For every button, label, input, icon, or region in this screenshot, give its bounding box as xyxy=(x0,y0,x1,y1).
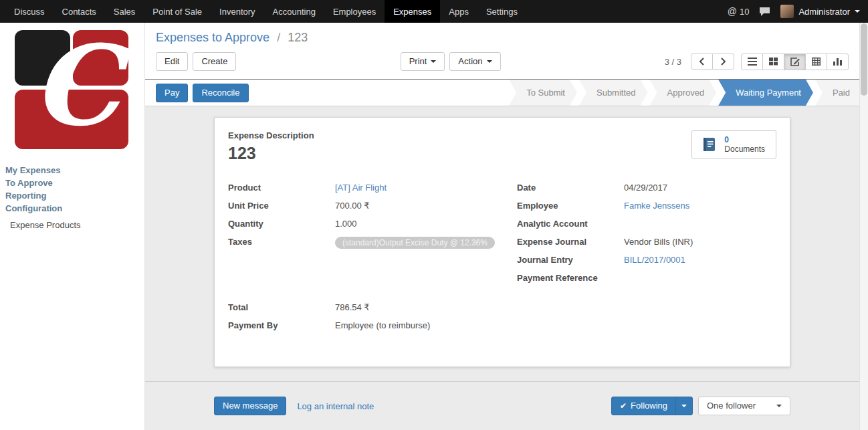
chevron-down-icon xyxy=(681,405,687,407)
nav-apps[interactable]: Apps xyxy=(440,0,477,23)
following-button[interactable]: ✔ Following xyxy=(611,397,676,415)
nav-accounting[interactable]: Accounting xyxy=(264,0,324,23)
analytic-account-value xyxy=(624,218,776,219)
state-paid[interactable]: Paid xyxy=(815,80,859,106)
expense-journal-value: Vendor Bills (INR) xyxy=(624,236,776,247)
date-value: 04/29/2017 xyxy=(624,182,776,193)
view-pivot-button[interactable] xyxy=(805,53,827,70)
pivot-table-icon xyxy=(812,58,821,66)
breadcrumb-parent[interactable]: Expenses to Approve xyxy=(156,31,269,44)
top-navbar: Discuss Contacts Sales Point of Sale Inv… xyxy=(0,0,868,23)
view-form-button[interactable] xyxy=(784,53,806,70)
field-employee: Employee Famke Jenssens xyxy=(517,200,776,218)
reconcile-button[interactable]: Reconcile xyxy=(193,84,248,102)
at-icon: @ xyxy=(728,6,737,17)
sidebar-item-reporting[interactable]: Reporting xyxy=(0,189,144,202)
mention-count: 10 xyxy=(740,7,749,17)
pager-next-button[interactable] xyxy=(712,53,734,70)
state-label: Submitted xyxy=(596,88,636,98)
product-link[interactable]: [AT] Air Flight xyxy=(335,183,387,193)
follow-button-group: ✔ Following xyxy=(611,397,693,415)
state-label: Waiting Payment xyxy=(736,88,801,98)
field-journal-entry: Journal Entry BILL/2017/0001 xyxy=(517,254,776,272)
view-list-button[interactable] xyxy=(741,53,763,70)
edit-button[interactable]: Edit xyxy=(156,52,188,71)
followers-button[interactable]: One follower xyxy=(698,397,790,415)
check-icon: ✔ xyxy=(620,401,627,411)
sidebar-item-expense-products[interactable]: Expense Products xyxy=(0,219,144,231)
scrollbar-thumb[interactable] xyxy=(861,23,867,96)
sidebar-item-my-expenses[interactable]: My Expenses xyxy=(0,164,144,177)
field-label-quantity: Quantity xyxy=(228,218,335,229)
field-label-analytic-account: Analytic Account xyxy=(517,218,624,229)
pager-previous-button[interactable] xyxy=(691,53,713,70)
field-label-product: Product xyxy=(228,182,335,193)
payment-by-value: Employee (to reimburse) xyxy=(335,320,776,330)
field-label-expense-journal: Expense Journal xyxy=(517,236,624,247)
chevron-down-icon xyxy=(431,60,436,63)
log-internal-note-link[interactable]: Log an internal note xyxy=(297,401,374,411)
state-label: Approved xyxy=(667,88,705,98)
documents-button[interactable]: 0 Documents xyxy=(691,130,776,158)
state-submitted[interactable]: Submitted xyxy=(579,80,648,106)
nav-inventory[interactable]: Inventory xyxy=(211,0,263,23)
user-avatar xyxy=(780,5,794,18)
mentions-indicator[interactable]: @ 10 xyxy=(728,6,750,17)
field-label-total: Total xyxy=(228,302,335,312)
nav-employees[interactable]: Employees xyxy=(324,0,385,23)
employee-link[interactable]: Famke Jenssens xyxy=(624,201,689,211)
view-graph-button[interactable] xyxy=(827,53,849,70)
field-label-unit-price: Unit Price xyxy=(228,200,335,211)
list-icon xyxy=(748,58,757,66)
nav-contacts[interactable]: Contacts xyxy=(53,0,105,23)
breadcrumb: Expenses to Approve / 123 xyxy=(156,31,849,45)
tax-tag: (standard)Output Excise Duty @ 12.36% xyxy=(335,237,495,249)
field-product: Product [AT] Air Flight xyxy=(228,182,512,200)
kanban-icon xyxy=(769,58,778,66)
action-dropdown[interactable]: Action xyxy=(449,52,500,71)
nav-sales[interactable]: Sales xyxy=(105,0,144,23)
create-button[interactable]: Create xyxy=(193,52,236,71)
field-payment-reference: Payment Reference xyxy=(517,272,776,290)
sidebar-item-configuration[interactable]: Configuration xyxy=(0,202,144,215)
pay-button[interactable]: Pay xyxy=(156,84,188,102)
sidebar-menu: My Expenses To Approve Reporting Configu… xyxy=(0,164,144,231)
nav-point-of-sale[interactable]: Point of Sale xyxy=(144,0,211,23)
breadcrumb-current: 123 xyxy=(288,31,308,44)
state-waiting-payment[interactable]: Waiting Payment xyxy=(718,80,813,106)
chevron-left-icon xyxy=(699,58,705,66)
scrollbar xyxy=(859,23,868,430)
view-kanban-button[interactable] xyxy=(762,53,784,70)
field-quantity: Quantity 1.000 xyxy=(228,218,512,236)
journal-entry-link[interactable]: BILL/2017/0001 xyxy=(624,255,685,265)
nav-expenses[interactable]: Expenses xyxy=(385,0,440,23)
state-approved[interactable]: Approved xyxy=(650,80,717,106)
user-menu[interactable]: Administrator xyxy=(780,5,860,18)
payment-reference-value xyxy=(624,272,776,273)
following-dropdown-toggle[interactable] xyxy=(675,397,693,415)
expense-description-label: Expense Description xyxy=(228,130,314,140)
field-label-payment-reference: Payment Reference xyxy=(517,272,624,283)
app-sidebar: C My Expenses To Approve Reporting Confi… xyxy=(0,23,145,430)
followers-label: One follower xyxy=(707,401,756,411)
state-to-submit[interactable]: To Submit xyxy=(509,80,577,106)
field-unit-price: Unit Price 700.00 ₹ xyxy=(228,200,512,218)
expense-form-sheet: Expense Description 123 0 Documents xyxy=(214,117,790,367)
company-logo[interactable]: C xyxy=(15,30,128,149)
sidebar-item-to-approve[interactable]: To Approve xyxy=(0,177,144,189)
view-switcher xyxy=(741,53,849,70)
nav-discuss[interactable]: Discuss xyxy=(5,0,53,23)
chatter: New message Log an internal note ✔ Follo… xyxy=(145,381,859,430)
nav-settings[interactable]: Settings xyxy=(477,0,526,23)
pager-value: 3 / 3 xyxy=(665,57,681,67)
state-label: Paid xyxy=(833,88,850,98)
print-dropdown[interactable]: Print xyxy=(401,52,445,71)
logo-letter: C xyxy=(32,21,120,150)
control-panel: Expenses to Approve / 123 Edit Create Pr… xyxy=(145,23,859,80)
field-date: Date 04/29/2017 xyxy=(517,182,776,200)
chevron-down-icon xyxy=(487,60,492,63)
messages-icon[interactable] xyxy=(759,7,770,17)
new-message-button[interactable]: New message xyxy=(214,397,286,415)
pager xyxy=(691,53,734,70)
bar-chart-icon xyxy=(833,58,842,66)
